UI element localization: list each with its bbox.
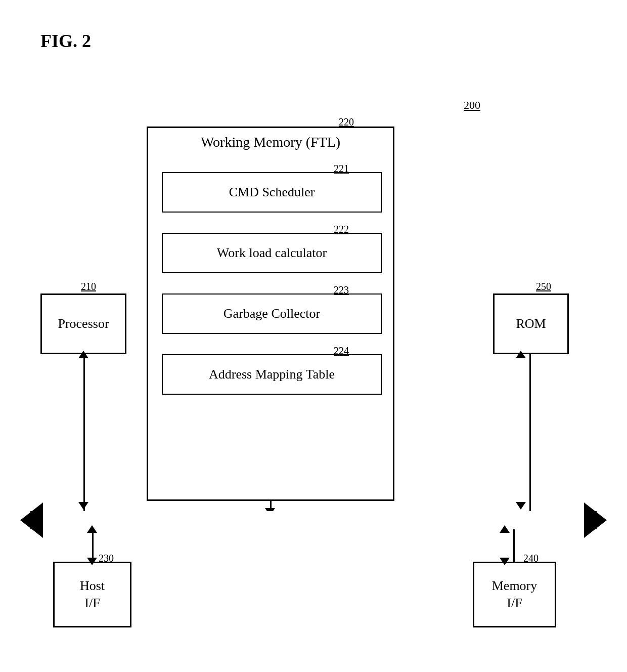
memory-if-label: MemoryI/F [492,577,538,612]
figure-label: FIG. 2 [40,30,91,52]
host-if-box: HostI/F [53,562,131,627]
rom-bus-connector [529,354,531,512]
ref-250: 250 [536,281,551,292]
memory-if-box: MemoryI/F [473,562,556,627]
working-memory-label: Working Memory (FTL) [147,129,394,150]
processor-bus-connector [83,354,85,511]
rom-box: ROM [493,293,569,354]
ref-200: 200 [464,99,480,112]
processor-box: Processor [40,293,126,354]
garbage-collector-box: Garbage Collector [162,293,382,334]
address-mapping-table-box: Address Mapping Table [162,354,382,395]
workload-calculator-box: Work load calculator [162,233,382,273]
host-if-label: HostI/F [80,577,105,612]
memory-up-arrow [500,525,510,533]
ref-210: 210 [81,281,96,292]
cmd-scheduler-box: CMD Scheduler [162,172,382,213]
bus-arrow-right [584,502,607,538]
ref-224: 224 [334,345,349,357]
ref-220: 220 [339,116,354,128]
host-up-arrow [87,525,97,533]
ref-221: 221 [334,163,349,175]
rom-down-arrow [516,502,526,510]
processor-down-arrow [78,502,88,510]
rom-up-arrow [516,351,526,358]
processor-up-arrow [78,351,88,358]
ref-222: 222 [334,224,349,235]
ref-223: 223 [334,284,349,296]
memory-bus-connector [513,529,515,562]
